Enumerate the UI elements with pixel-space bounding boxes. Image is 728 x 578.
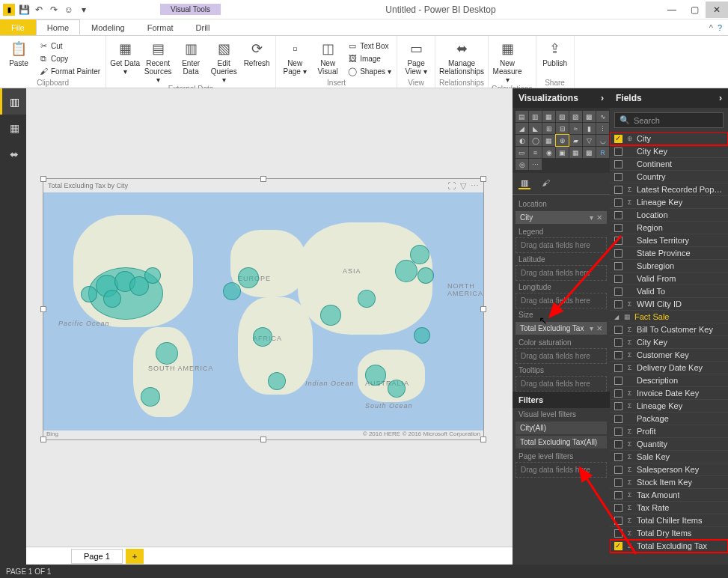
filter-icon[interactable]: ▽ [460,181,466,191]
field-checkbox[interactable] [614,338,623,347]
field-checkbox[interactable] [614,147,623,156]
longitude-well[interactable]: Drag data fields here [516,293,607,308]
viz-clustered-column-icon[interactable]: ▧ [556,111,569,122]
save-icon[interactable]: 💾 [18,4,30,16]
maximize-button[interactable]: ▢ [683,1,706,18]
viz-scatter-icon[interactable]: ⋮ [596,123,609,134]
field-item[interactable]: ΣLatest Recorded Popu… [610,183,728,196]
filter-city[interactable]: City(All) [516,422,607,434]
filter-tet[interactable]: Total Excluding Tax(All) [516,436,607,448]
field-item[interactable]: ΣCity Key [610,336,728,349]
page-filters-well[interactable]: Drag data fields here [516,462,607,478]
format-tab-icon[interactable]: 🖌 [539,177,551,189]
viz-waterfall-icon[interactable]: ▮ [583,123,596,134]
viz-100-bar-icon[interactable]: ▨ [569,111,582,122]
new-measure-button[interactable]: ▦New Measure ▾ [492,37,523,84]
field-item[interactable]: ⊕City [610,133,728,145]
chevron-down-icon[interactable]: ▾ [590,213,593,222]
undo-icon[interactable]: ↶ [33,4,45,16]
publish-button[interactable]: ⇪Publish [539,37,571,78]
field-checkbox[interactable] [614,262,623,270]
get-data-button[interactable]: ▦Get Data ▾ [109,37,141,84]
viz-map-icon[interactable]: ⊕ [556,135,569,146]
field-checkbox[interactable] [614,211,623,219]
recent-sources-button[interactable]: ▤Recent Sources ▾ [142,37,174,84]
edit-queries-button[interactable]: ▧Edit Queries ▾ [208,37,239,84]
collapse-ribbon-icon[interactable]: ^ [709,23,713,32]
viz-arcgis-icon[interactable]: ◎ [516,159,528,170]
model-view-button[interactable]: ⬌ [0,141,26,167]
field-item[interactable]: ΣTotal Excluding Tax [610,540,728,553]
field-item[interactable]: ΣStock Item Key [610,476,728,489]
field-checkbox[interactable] [614,326,623,334]
field-checkbox[interactable] [614,466,623,474]
field-checkbox[interactable] [614,364,623,372]
fields-header[interactable]: Fields› [610,88,728,108]
viz-card-icon[interactable]: ▭ [516,147,528,158]
field-item[interactable]: ΣCustomer Key [610,349,728,362]
viz-kpi-icon[interactable]: ◉ [542,147,555,158]
tab-modeling[interactable]: Modeling [80,19,136,35]
field-item[interactable]: Description [610,374,728,387]
field-checkbox[interactable] [614,478,623,487]
tooltips-well[interactable]: Drag data fields here [516,376,607,392]
remove-icon[interactable]: ✕ [596,213,602,222]
tab-file[interactable]: File [0,19,36,35]
chevron-down-icon[interactable]: ▾ [590,324,593,332]
legend-well[interactable]: Drag data fields here [516,237,607,253]
field-checkbox[interactable] [614,275,623,283]
field-item[interactable]: ΣLineage Key [610,196,728,209]
field-checkbox[interactable] [614,186,623,194]
viz-multirow-icon[interactable]: ≡ [529,147,542,158]
field-item[interactable]: ΣTax Amount [610,489,728,502]
page-tab-1[interactable]: Page 1 [71,549,123,564]
remove-icon[interactable]: ✕ [596,324,602,332]
add-page-button[interactable]: + [126,549,144,564]
bing-map[interactable]: NORTH AMERICA SOUTH AMERICA EUROPE AFRIC… [43,192,483,431]
viz-area-icon[interactable]: ◢ [516,123,528,134]
table-header[interactable]: ▦Fact Sale [610,311,728,323]
field-item[interactable]: ΣDelivery Date Key [610,362,728,374]
field-item[interactable]: ΣQuantity [610,438,728,451]
report-canvas[interactable]: Total Excluding Tax by City ⛶ ▽ ⋯ NORTH … [26,88,513,565]
field-checkbox[interactable] [614,377,623,385]
field-checkbox[interactable] [614,415,623,423]
field-checkbox[interactable] [614,288,623,296]
field-checkbox[interactable] [614,428,623,436]
cut-button[interactable]: ✂Cut [36,40,103,52]
field-item[interactable]: Valid From [610,273,728,285]
field-checkbox[interactable] [614,249,623,258]
field-checkbox[interactable] [614,504,623,512]
image-button[interactable]: 🖼Image [345,52,394,64]
field-checkbox[interactable] [614,300,623,308]
viz-ribbon-icon[interactable]: ≈ [569,123,582,134]
viz-gauge-icon[interactable]: ◡ [596,135,609,146]
viz-100-column-icon[interactable]: ▩ [583,111,596,122]
viz-table-icon[interactable]: ▦ [569,147,582,158]
new-visual-button[interactable]: ◫New Visual [312,37,343,78]
field-checkbox[interactable] [614,402,623,410]
field-item[interactable]: ΣTax Rate [610,502,728,514]
visualizations-header[interactable]: Visualizations› [513,88,610,108]
field-item[interactable]: Sales Territory [610,234,728,247]
colorsat-well[interactable]: Drag data fields here [516,348,607,364]
viz-filled-map-icon[interactable]: ▰ [569,135,582,146]
fields-tab-icon[interactable]: ▥ [519,177,530,189]
viz-slicer-icon[interactable]: ▣ [556,147,569,158]
new-page-button[interactable]: ▫New Page ▾ [279,37,311,78]
field-item[interactable]: ΣTotal Chiller Items [610,514,728,527]
redo-icon[interactable]: ↷ [48,4,60,16]
field-item[interactable]: Country [610,171,728,183]
focus-mode-icon[interactable]: ⛶ [447,181,456,191]
field-item[interactable]: ΣProfit [610,425,728,438]
paste-button[interactable]: 📋Paste [3,37,34,78]
manage-relationships-button[interactable]: ⬌Manage Relationships [438,37,485,78]
field-checkbox[interactable] [614,389,623,398]
help-icon[interactable]: ? [718,23,722,32]
field-item[interactable]: ΣTotal Dry Items [610,527,728,540]
field-list[interactable]: ⊕CityCity KeyContinentCountryΣLatest Rec… [610,133,728,565]
field-checkbox[interactable] [614,198,623,207]
field-checkbox[interactable] [614,173,623,181]
viz-import-icon[interactable]: ⋯ [529,159,542,170]
tab-drill[interactable]: Drill [185,19,221,35]
